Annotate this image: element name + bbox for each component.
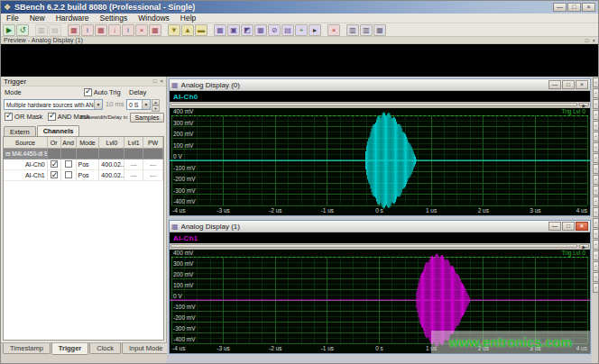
menu-new[interactable]: New: [24, 14, 51, 23]
and-mask-checkbox-box[interactable]: [48, 113, 56, 121]
close-all-icon[interactable]: ×: [327, 24, 340, 36]
side-tool-button[interactable]: ▪: [593, 121, 599, 131]
side-tool-button[interactable]: ▪: [593, 99, 599, 109]
minimize-button[interactable]: —: [553, 3, 567, 12]
or-checkbox-cell[interactable]: [48, 159, 61, 170]
chevron-down-icon[interactable]: ▼: [142, 100, 150, 109]
minimize-button[interactable]: —: [548, 222, 561, 231]
side-tool-button[interactable]: ▪: [593, 153, 599, 163]
and-checkbox-cell[interactable]: [61, 170, 77, 181]
or-checkbox-cell[interactable]: [48, 170, 61, 181]
delete-display-icon[interactable]: ×: [135, 24, 148, 36]
or-checkbox[interactable]: [51, 171, 58, 178]
column-header-mode[interactable]: Mode: [77, 137, 100, 149]
side-tool-button[interactable]: ▪: [593, 132, 599, 141]
scroll-right-icon[interactable]: ▶: [579, 103, 589, 106]
delay-stepper[interactable]: ▲▼: [152, 99, 160, 110]
and-checkbox-cell[interactable]: [61, 159, 77, 170]
analog-plot-0[interactable]: 400 mV300 mV200 mV100 mV0 V-100 mV-200 m…: [170, 108, 590, 215]
tab-channels[interactable]: Channels: [37, 125, 80, 136]
chevron-down-icon[interactable]: ▼: [94, 100, 102, 109]
disable-edit-icon[interactable]: ⊘: [268, 24, 281, 36]
side-tool-button[interactable]: ▪: [593, 110, 599, 120]
close-button[interactable]: ×: [576, 80, 588, 89]
side-tool-button[interactable]: ▪: [593, 218, 599, 228]
group-label[interactable]: ⊟ M4i.4450-di S...: [4, 149, 48, 159]
close-panel-icon[interactable]: ×: [592, 37, 595, 43]
tab-clock[interactable]: Clock: [89, 343, 121, 354]
float-panel-icon[interactable]: □: [585, 37, 589, 43]
tab-input-mode[interactable]: Input Mode: [122, 343, 170, 354]
column-view-icon[interactable]: ▥: [346, 24, 359, 36]
sheet-view-icon[interactable]: ▦: [373, 24, 386, 36]
auto-trig-checkbox[interactable]: Auto Trig: [84, 88, 121, 96]
display-properties-icon[interactable]: i: [122, 24, 134, 36]
close-panel-icon[interactable]: ×: [160, 77, 163, 85]
close-button[interactable]: ×: [582, 3, 595, 12]
side-tool-button[interactable]: ▪: [593, 207, 599, 217]
start-acquisition-icon[interactable]: ▶: [3, 24, 15, 36]
menu-windows[interactable]: Windows: [133, 14, 174, 23]
tab-trigger[interactable]: Trigger: [51, 343, 88, 355]
report-icon[interactable]: ▤: [281, 24, 294, 36]
column-header-lvl1[interactable]: Lvl1: [124, 137, 143, 149]
or-checkbox[interactable]: [51, 160, 58, 168]
and-checkbox[interactable]: [65, 160, 72, 168]
menu-file[interactable]: File: [1, 14, 24, 23]
column-header-source[interactable]: Source: [4, 137, 48, 149]
new-digital-display-icon[interactable]: ▦: [95, 24, 107, 36]
side-tool-button[interactable]: ▪: [593, 272, 599, 282]
side-tool-button[interactable]: ▪: [593, 250, 599, 260]
side-tool-button[interactable]: ▪: [593, 186, 599, 196]
side-tool-button[interactable]: ▪: [593, 196, 599, 206]
horizontal-scrollbar[interactable]: ▶: [170, 243, 590, 250]
table-group-row[interactable]: ⊟ M4i.4450-di S...: [4, 149, 163, 159]
delay-input[interactable]: 0 S ▼: [126, 99, 151, 110]
zoom-tool-icon[interactable]: ◩: [241, 24, 253, 36]
table-row[interactable]: AI-Ch0Pos400.02...------: [4, 159, 163, 170]
export-signal-icon[interactable]: ▲: [181, 24, 194, 36]
restart-acquisition-icon[interactable]: ↺: [16, 24, 29, 36]
scroll-right-icon[interactable]: ▶: [579, 244, 589, 248]
column-header-or[interactable]: Or: [48, 137, 61, 149]
scrollbar-thumb[interactable]: [170, 244, 577, 248]
analog-display-info-icon[interactable]: i: [81, 24, 94, 36]
child-window-titlebar[interactable]: ▦ Analog Display (1) — □ ×: [170, 221, 590, 232]
new-analog-display-icon[interactable]: ▦: [68, 24, 80, 36]
side-tool-button[interactable]: ▪: [593, 77, 599, 87]
side-tool-button[interactable]: ▪: [593, 261, 599, 271]
column-header-pw[interactable]: PW: [143, 137, 163, 149]
side-tool-button[interactable]: ▪: [593, 229, 599, 239]
table-row[interactable]: AI-Ch1Pos400.02...------: [4, 170, 163, 181]
tab-timestamp[interactable]: Timestamp: [3, 343, 51, 354]
maximize-button[interactable]: □: [567, 3, 581, 12]
trigger-mode-select[interactable]: Multiple hardware sources with AND/OR ▼: [4, 99, 103, 110]
child-window-titlebar[interactable]: ▦ Analog Display (0) — □ ×: [170, 79, 590, 91]
cascade-windows-icon[interactable]: ▣: [227, 24, 240, 36]
float-panel-icon[interactable]: □: [153, 77, 157, 85]
or-mask-checkbox[interactable]: OR Mask: [5, 113, 42, 121]
preview-area[interactable]: [1, 44, 598, 77]
side-tool-button[interactable]: ▪: [593, 142, 599, 152]
side-tool-button[interactable]: ▪: [593, 175, 599, 185]
close-button[interactable]: ×: [576, 222, 588, 231]
or-mask-checkbox-box[interactable]: [5, 113, 13, 121]
maximize-button[interactable]: □: [562, 222, 575, 231]
side-tool-button[interactable]: ▪: [593, 283, 599, 293]
analog-display-window-0[interactable]: ▦ Analog Display (0) — □ × AI-Ch0 ▶ 400 …: [169, 78, 591, 216]
import-display-icon[interactable]: ↓: [108, 24, 121, 36]
maximize-button[interactable]: □: [562, 80, 575, 89]
menu-hardware[interactable]: Hardware: [51, 14, 95, 23]
column-header-lvl0[interactable]: Lvl0: [99, 137, 124, 149]
cursor-tool-icon[interactable]: ▸: [309, 24, 321, 36]
side-tool-button[interactable]: ▪: [593, 88, 599, 98]
display-window-icon[interactable]: ▦: [214, 24, 226, 36]
spectrum-display-icon[interactable]: ▦: [149, 24, 161, 36]
tab-extern[interactable]: Extern: [4, 126, 36, 136]
side-tool-button[interactable]: ▪: [593, 240, 599, 250]
column-header-and[interactable]: And: [61, 137, 77, 149]
side-tool-button[interactable]: ▪: [593, 164, 599, 174]
scrollbar-thumb[interactable]: [170, 103, 577, 106]
menu-help[interactable]: Help: [175, 14, 201, 23]
signal-folder-icon[interactable]: ▬: [195, 24, 207, 36]
